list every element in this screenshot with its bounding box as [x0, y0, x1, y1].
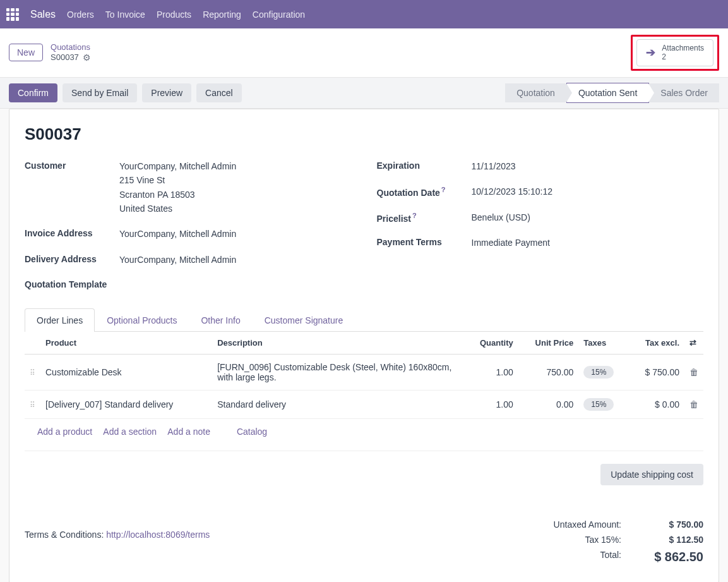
drag-handle-icon[interactable]: ⠿ [30, 368, 35, 377]
status-quotation-sent[interactable]: Quotation Sent [566, 83, 649, 103]
breadcrumb-parent[interactable]: Quotations [51, 42, 91, 52]
status-bar: Quotation Quotation Sent Sales Order [505, 83, 719, 103]
quotation-date-value[interactable]: 10/12/2023 15:10:12 [472, 185, 552, 198]
invoice-address-label: Invoice Address [25, 227, 119, 238]
nav-reporting[interactable]: Reporting [203, 9, 241, 20]
breadcrumb-current: S00037 [51, 52, 79, 63]
add-note-link[interactable]: Add a note [167, 427, 210, 437]
pricelist-value[interactable]: Benelux (USD) [472, 210, 530, 224]
subheader: New Quotations S00037 ⚙ ➔ Attachments 2 [0, 28, 728, 78]
nav-products[interactable]: Products [157, 9, 191, 20]
col-tax-excl: Tax excl. [629, 332, 684, 355]
help-icon[interactable]: ? [412, 212, 417, 219]
totals: Untaxed Amount: $ 750.00 Tax 15%: $ 112.… [533, 517, 703, 567]
col-quantity: Quantity [464, 332, 518, 355]
breadcrumb: Quotations S00037 ⚙ [51, 42, 91, 63]
nav-orders[interactable]: Orders [67, 9, 94, 20]
form-sheet: S00037 Customer YourCompany, Mitchell Ad… [9, 109, 719, 582]
pricelist-label: Pricelist? [377, 210, 472, 224]
action-bar: Confirm Send by Email Preview Cancel Quo… [0, 78, 728, 109]
apps-icon[interactable] [6, 8, 19, 21]
line-description[interactable]: Standard delivery [212, 391, 464, 419]
top-nav: Sales Orders To Invoice Products Reporti… [0, 0, 728, 28]
quotation-date-label: Quotation Date? [377, 185, 472, 198]
customer-value[interactable]: YourCompany, Mitchell Admin 215 Vine St … [119, 159, 236, 216]
tax-badge[interactable]: 15% [583, 366, 614, 379]
tax-value: $ 112.50 [647, 535, 703, 545]
attachments-label: Attachments [662, 44, 704, 52]
quotation-template-label: Quotation Template [25, 278, 119, 289]
attachments-count: 2 [662, 52, 704, 61]
payment-terms-label: Payment Terms [377, 236, 472, 247]
col-product: Product [40, 332, 212, 355]
gear-icon[interactable]: ⚙ [83, 52, 91, 63]
line-subtotal: $ 750.00 [629, 355, 684, 391]
tax-badge[interactable]: 15% [583, 398, 614, 411]
line-description[interactable]: [FURN_0096] Customizable Desk (Steel, Wh… [212, 355, 464, 391]
customer-label: Customer [25, 159, 119, 171]
untaxed-label: Untaxed Amount: [533, 519, 621, 530]
line-unit-price[interactable]: 750.00 [518, 355, 579, 391]
attachments-highlight: ➔ Attachments 2 [631, 35, 719, 71]
line-qty[interactable]: 1.00 [464, 355, 518, 391]
nav-brand[interactable]: Sales [30, 9, 56, 20]
preview-button[interactable]: Preview [142, 83, 191, 102]
tabs: Order Lines Optional Products Other Info… [25, 308, 703, 332]
order-lines-table: Product Description Quantity Unit Price … [25, 332, 703, 419]
tax-label: Tax 15%: [533, 535, 621, 545]
total-label: Total: [533, 550, 621, 564]
status-sales-order[interactable]: Sales Order [649, 83, 719, 102]
catalog-link[interactable]: Catalog [237, 427, 267, 437]
add-section-link[interactable]: Add a section [103, 427, 157, 437]
record-title: S00037 [25, 124, 703, 144]
line-subtotal: $ 0.00 [629, 391, 684, 419]
confirm-button[interactable]: Confirm [9, 83, 57, 102]
line-product[interactable]: Customizable Desk [40, 355, 212, 391]
terms-link[interactable]: http://localhost:8069/terms [106, 530, 210, 540]
tab-customer-signature[interactable]: Customer Signature [253, 308, 355, 332]
cancel-button[interactable]: Cancel [196, 83, 242, 102]
untaxed-value: $ 750.00 [647, 519, 703, 530]
drag-handle-icon[interactable]: ⠿ [30, 401, 35, 409]
col-unit-price: Unit Price [518, 332, 579, 355]
table-row[interactable]: ⠿ [Delivery_007] Standard delivery Stand… [25, 391, 703, 419]
send-email-button[interactable]: Send by Email [63, 83, 137, 102]
nav-configuration[interactable]: Configuration [253, 9, 305, 20]
delivery-address-value[interactable]: YourCompany, Mitchell Admin [119, 253, 236, 267]
total-value: $ 862.50 [647, 550, 703, 564]
status-quotation[interactable]: Quotation [505, 83, 566, 102]
new-button[interactable]: New [9, 44, 43, 61]
nav-to-invoice[interactable]: To Invoice [105, 9, 145, 20]
line-product[interactable]: [Delivery_007] Standard delivery [40, 391, 212, 419]
terms-conditions: Terms & Conditions: http://localhost:806… [25, 530, 210, 540]
payment-terms-value[interactable]: Immediate Payment [472, 236, 551, 250]
line-unit-price[interactable]: 0.00 [518, 391, 579, 419]
update-shipping-button[interactable]: Update shipping cost [600, 464, 703, 485]
line-actions: Add a product Add a section Add a note C… [25, 419, 703, 444]
expiration-label: Expiration [377, 159, 472, 171]
add-product-link[interactable]: Add a product [37, 427, 92, 437]
tab-optional-products[interactable]: Optional Products [95, 308, 189, 332]
invoice-address-value[interactable]: YourCompany, Mitchell Admin [119, 227, 236, 241]
settings-icon[interactable]: ⇄ [689, 338, 696, 348]
arrow-right-icon: ➔ [646, 45, 655, 59]
attachments-button[interactable]: ➔ Attachments 2 [636, 39, 713, 66]
trash-icon[interactable]: 🗑 [689, 367, 698, 377]
tab-order-lines[interactable]: Order Lines [25, 308, 95, 332]
table-row[interactable]: ⠿ Customizable Desk [FURN_0096] Customiz… [25, 355, 703, 391]
line-qty[interactable]: 1.00 [464, 391, 518, 419]
delivery-address-label: Delivery Address [25, 253, 119, 264]
help-icon[interactable]: ? [441, 186, 446, 193]
expiration-value[interactable]: 11/11/2023 [472, 159, 516, 173]
trash-icon[interactable]: 🗑 [689, 399, 698, 409]
col-taxes: Taxes [578, 332, 629, 355]
col-description: Description [212, 332, 464, 355]
tab-other-info[interactable]: Other Info [189, 308, 252, 332]
